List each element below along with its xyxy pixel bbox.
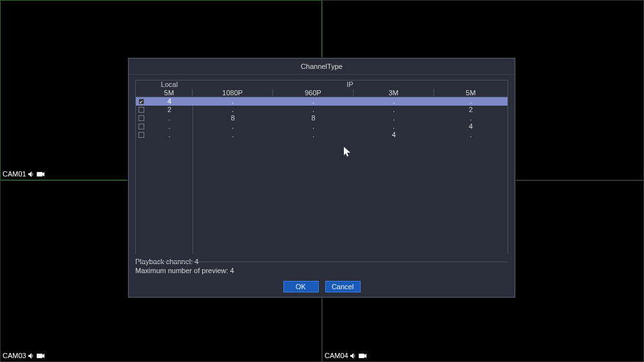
camera-icon (37, 353, 44, 359)
table-row[interactable]: ....4 (136, 122, 507, 131)
dialog-title: ChannelType (129, 59, 515, 75)
cell-5m-ip: . (434, 114, 507, 122)
table-row[interactable]: .88.. (136, 114, 507, 122)
cell-1080p: . (193, 106, 273, 114)
table-row[interactable]: ...4. (136, 131, 507, 139)
cam-label-03: CAM03 (3, 352, 44, 359)
camera-icon (359, 353, 366, 359)
cam-label-01: CAM01 (3, 170, 44, 178)
cell-960p: . (273, 106, 354, 114)
svg-rect-2 (359, 354, 365, 358)
row-checkbox[interactable] (138, 99, 144, 104)
cell-1080p: 8 (193, 114, 273, 122)
group-ip: IP (193, 81, 507, 89)
cell-5m-ip: . (434, 97, 507, 106)
header-checkbox (136, 89, 146, 97)
cell-5m-ip: 4 (434, 122, 507, 131)
speaker-icon (28, 171, 35, 177)
row-checkbox[interactable] (138, 132, 144, 138)
row-checkbox[interactable] (138, 124, 144, 129)
svg-rect-0 (37, 172, 43, 176)
table-row[interactable]: 4.... (136, 97, 507, 106)
cell-3m: 4 (354, 131, 434, 139)
cell-960p: 8 (273, 114, 354, 122)
cam01-text: CAM01 (3, 170, 26, 178)
header-960p: 960P (273, 89, 354, 97)
row-checkbox[interactable] (138, 115, 144, 121)
header-5m: 5M (146, 89, 193, 97)
row-checkbox[interactable] (138, 107, 144, 113)
cell-5m: . (146, 131, 193, 139)
ok-button[interactable]: OK (283, 281, 319, 292)
channel-type-dialog: ChannelType Local IP 5M 1080P 960P 3M 5M… (128, 58, 515, 298)
cell-960p: . (273, 131, 354, 139)
cancel-button[interactable]: Cancel (325, 281, 361, 292)
cell-1080p: . (193, 131, 273, 139)
cell-5m: . (146, 114, 193, 122)
cell-5m-ip: 2 (434, 106, 507, 114)
group-local: Local (136, 81, 193, 89)
cell-5m: 4 (146, 97, 193, 106)
header-5m-ip: 5M (434, 89, 507, 97)
camera-icon (37, 171, 44, 177)
cam03-text: CAM03 (3, 352, 26, 359)
header-1080p: 1080P (193, 89, 273, 97)
cell-960p: . (273, 122, 354, 131)
max-preview-text: Maximum number of preview: 4 (135, 267, 508, 274)
cell-5m-ip: . (434, 131, 507, 139)
table-row[interactable]: 2...2 (136, 106, 507, 114)
cell-960p: . (273, 97, 354, 106)
cell-5m: 2 (146, 106, 193, 114)
cell-3m: . (354, 97, 434, 106)
svg-rect-1 (37, 354, 43, 358)
cam04-text: CAM04 (325, 352, 348, 359)
cell-5m: . (146, 122, 193, 131)
speaker-icon (350, 353, 357, 359)
cam-label-04: CAM04 (325, 352, 366, 359)
cell-1080p: . (193, 97, 273, 106)
cell-3m: . (354, 114, 434, 122)
cell-3m: . (354, 122, 434, 131)
cell-3m: . (354, 106, 434, 114)
speaker-icon (28, 353, 35, 359)
header-3m: 3M (354, 89, 434, 97)
channel-table: Local IP 5M 1080P 960P 3M 5M 4....2...2.… (135, 80, 508, 254)
cell-1080p: . (193, 122, 273, 131)
